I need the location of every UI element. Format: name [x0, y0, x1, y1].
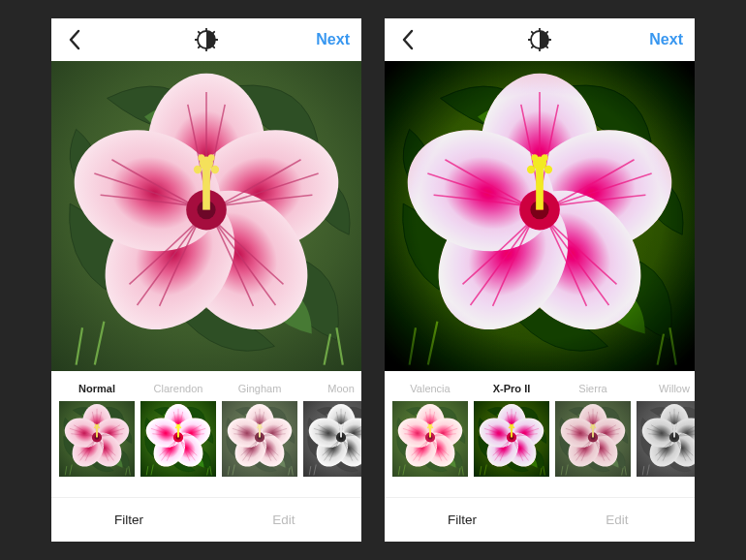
screen-left: Next	[51, 18, 361, 542]
filter-thumb-image	[392, 401, 468, 477]
filter-thumb[interactable]: Clarendon	[140, 383, 216, 477]
next-button[interactable]: Next	[649, 31, 683, 48]
filter-thumbs[interactable]: Normal	[51, 383, 361, 477]
svg-point-179	[591, 423, 593, 425]
filter-thumb-label: Sierra	[578, 383, 606, 395]
filter-strip: Normal	[51, 371, 361, 542]
screen-right: Next	[385, 18, 695, 542]
svg-point-143	[428, 423, 430, 425]
svg-line-7	[199, 47, 200, 47]
svg-rect-139	[429, 427, 431, 438]
filter-thumb-image	[303, 401, 361, 477]
svg-point-23	[194, 166, 202, 173]
filter-thumb-image	[59, 401, 135, 477]
svg-rect-21	[202, 167, 210, 210]
photo-preview[interactable]	[51, 61, 361, 371]
svg-point-80	[260, 423, 262, 425]
sun-icon[interactable]	[528, 28, 551, 51]
svg-point-177	[590, 426, 592, 428]
svg-line-106	[532, 47, 533, 47]
filter-thumb[interactable]: Valencia	[392, 383, 468, 477]
svg-rect-93	[340, 427, 342, 438]
svg-point-162	[512, 423, 513, 425]
filter-thumbs[interactable]: Valencia	[385, 383, 695, 477]
svg-rect-157	[511, 427, 513, 438]
svg-line-107	[546, 32, 547, 33]
svg-point-62	[178, 423, 180, 425]
svg-point-196	[675, 426, 677, 428]
filter-thumb[interactable]: Moon	[303, 383, 361, 477]
nav-bar: Next	[51, 18, 361, 61]
svg-point-159	[509, 426, 511, 428]
filter-thumb[interactable]: Willow	[637, 383, 695, 477]
svg-point-98	[341, 423, 343, 425]
filter-thumb-label: Willow	[659, 383, 690, 395]
svg-point-24	[211, 166, 219, 173]
svg-point-42	[98, 426, 100, 428]
svg-line-5	[199, 32, 200, 33]
svg-point-95	[338, 426, 340, 428]
svg-point-61	[176, 423, 178, 425]
svg-line-104	[532, 32, 533, 33]
svg-line-8	[213, 32, 214, 33]
filter-strip: Valencia	[385, 371, 695, 542]
svg-point-26	[208, 154, 215, 161]
filter-thumb-image	[637, 401, 695, 477]
filter-thumb-image	[140, 401, 216, 477]
svg-point-59	[175, 426, 177, 428]
filter-thumb-label: Moon	[327, 383, 355, 395]
svg-point-60	[179, 426, 181, 428]
filter-thumb-label: X-Pro II	[493, 383, 531, 395]
svg-point-41	[94, 426, 96, 428]
next-button[interactable]: Next	[316, 31, 350, 48]
svg-point-195	[671, 426, 673, 428]
svg-rect-175	[592, 427, 594, 438]
svg-rect-57	[177, 427, 179, 438]
filter-thumb-image	[222, 401, 297, 477]
svg-rect-193	[673, 427, 675, 438]
svg-point-43	[95, 423, 97, 425]
svg-point-44	[97, 423, 99, 425]
back-button[interactable]	[63, 28, 86, 51]
bottom-tabs: Filter Edit	[51, 497, 361, 542]
svg-point-97	[339, 423, 341, 425]
filter-thumb-label: Normal	[78, 383, 115, 395]
svg-point-197	[672, 423, 674, 425]
svg-point-180	[593, 423, 595, 425]
filter-thumb-image	[555, 401, 631, 477]
back-button[interactable]	[396, 28, 420, 51]
svg-point-161	[510, 423, 512, 425]
svg-point-79	[258, 423, 260, 425]
svg-point-77	[257, 426, 259, 428]
svg-point-160	[513, 426, 514, 428]
filter-thumb[interactable]: X-Pro II	[474, 383, 549, 477]
svg-point-78	[261, 426, 263, 428]
sun-icon[interactable]	[195, 28, 218, 51]
filter-thumb-label: Gingham	[238, 383, 282, 395]
bottom-tabs: Filter Edit	[385, 497, 695, 542]
svg-rect-126	[385, 61, 695, 371]
svg-point-141	[427, 426, 429, 428]
tab-edit[interactable]: Edit	[540, 513, 695, 527]
tab-edit[interactable]: Edit	[206, 513, 361, 527]
nav-bar: Next	[385, 18, 695, 61]
svg-line-105	[546, 47, 547, 47]
svg-point-142	[431, 426, 433, 428]
filter-thumb[interactable]: Gingham	[222, 383, 297, 477]
photo-preview[interactable]	[385, 61, 695, 371]
svg-rect-75	[259, 427, 261, 438]
tab-filter[interactable]: Filter	[51, 513, 206, 527]
filter-thumb[interactable]: Sierra	[555, 383, 631, 477]
svg-line-6	[213, 47, 214, 47]
svg-point-25	[198, 154, 204, 161]
filter-thumb[interactable]: Normal	[59, 383, 135, 477]
svg-rect-39	[96, 427, 98, 438]
filter-thumb-label: Valencia	[410, 383, 450, 395]
svg-point-96	[342, 426, 344, 428]
tab-filter[interactable]: Filter	[385, 513, 540, 527]
svg-point-144	[430, 423, 432, 425]
filter-thumb-label: Clarendon	[154, 383, 203, 395]
filter-thumb-image	[474, 401, 549, 477]
svg-point-178	[594, 426, 596, 428]
svg-point-198	[674, 423, 676, 425]
